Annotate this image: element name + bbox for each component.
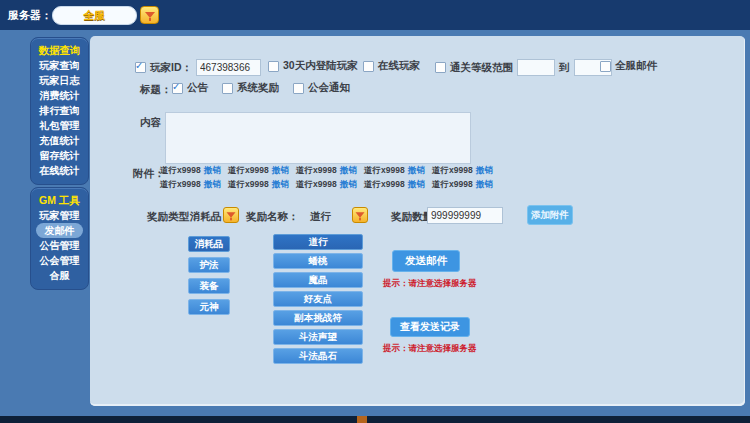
sidebar-group-title: 数据查询: [31, 42, 88, 58]
player-id-label: 玩家ID：: [150, 61, 192, 75]
title-option-guild-notice: 公会通知: [293, 81, 350, 95]
funnel-icon: [145, 12, 155, 18]
login-30d-label: 30天内登陆玩家: [283, 59, 358, 73]
sidebar-group-title: GM 工具: [31, 192, 88, 208]
attachment-list: 道行x9998撤销 道行x9998撤销 道行x9998撤销 道行x9998撤销 …: [160, 165, 494, 191]
sidebar-item-online-stats[interactable]: 在线统计: [31, 163, 88, 178]
player-id-group: 玩家ID：: [135, 59, 261, 76]
server-dropdown-value: 全服: [84, 8, 106, 23]
sidebar-item-player-query[interactable]: 玩家查询: [31, 58, 88, 73]
gm-admin-window: 服务器： 全服 数据查询 玩家查询 玩家日志 消费统计 排行查询 礼包管理 充值…: [0, 0, 750, 423]
login-30d-checkbox[interactable]: [268, 61, 279, 72]
view-send-record-button[interactable]: 查看发送记录: [390, 317, 470, 337]
sidebar-item-rank-query[interactable]: 排行查询: [31, 103, 88, 118]
revoke-link[interactable]: 撤销: [340, 165, 357, 175]
online-label: 在线玩家: [378, 59, 420, 73]
type-option-consumable[interactable]: 消耗品: [188, 236, 230, 252]
level-range-checkbox[interactable]: [435, 62, 446, 73]
reward-type-value[interactable]: 消耗品: [190, 210, 222, 224]
attachment-item: 道行x9998撤销: [296, 165, 358, 177]
system-reward-label: 系统奖励: [237, 81, 279, 95]
sidebar-item-player-log[interactable]: 玩家日志: [31, 73, 88, 88]
revoke-link[interactable]: 撤销: [204, 165, 221, 175]
type-option-spirit[interactable]: 元神: [188, 299, 230, 315]
name-option-pantao[interactable]: 蟠桃: [273, 253, 363, 269]
filter-login-30d: 30天内登陆玩家: [268, 59, 358, 73]
revoke-link[interactable]: 撤销: [204, 179, 221, 189]
revoke-link[interactable]: 撤销: [476, 165, 493, 175]
server-label: 服务器：: [8, 8, 52, 23]
sidebar-item-send-mail[interactable]: 发邮件: [36, 223, 83, 238]
sidebar-item-retention-stats[interactable]: 留存统计: [31, 148, 88, 163]
revoke-link[interactable]: 撤销: [476, 179, 493, 189]
level-from-input[interactable]: [517, 59, 555, 76]
reward-name-value[interactable]: 道行: [310, 210, 331, 224]
name-option-mojing[interactable]: 魔晶: [273, 272, 363, 288]
name-option-friend-points[interactable]: 好友点: [273, 291, 363, 307]
reward-count-input[interactable]: [427, 207, 503, 224]
sidebar-item-giftpack-manage[interactable]: 礼包管理: [31, 118, 88, 133]
funnel-icon: [356, 212, 365, 217]
sidebar-group-gm-tools: GM 工具 玩家管理 发邮件 公告管理 公会管理 合服: [30, 187, 89, 290]
attachment-item: 道行x9998撤销: [364, 179, 426, 191]
revoke-link[interactable]: 撤销: [272, 165, 289, 175]
name-option-duel-crystal[interactable]: 斗法晶石: [273, 348, 363, 364]
send-tip-text: 提示：请注意选择服务器: [383, 278, 477, 290]
reward-type-dropdown-button[interactable]: [223, 207, 239, 223]
reward-name-label: 奖励名称：: [246, 210, 299, 224]
sidebar-item-announce-manage[interactable]: 公告管理: [31, 238, 88, 253]
system-reward-checkbox[interactable]: [222, 83, 233, 94]
guild-notice-checkbox[interactable]: [293, 83, 304, 94]
player-id-input[interactable]: [196, 59, 261, 76]
filter-all-server-mail: 全服邮件: [600, 59, 657, 73]
title-options: 公告 系统奖励 公会通知: [172, 81, 350, 95]
attachment-item: 道行x9998撤销: [364, 165, 426, 177]
send-mail-panel: 玩家ID： 30天内登陆玩家 在线玩家 通关等级范围 到 全服邮件 标题：: [90, 36, 745, 406]
name-option-duel-reputation[interactable]: 斗法声望: [273, 329, 363, 345]
reward-type-list: 消耗品 护法 装备 元神: [188, 236, 230, 315]
guild-notice-label: 公会通知: [308, 81, 350, 95]
title-option-system-reward: 系统奖励: [222, 81, 279, 95]
range-to-label: 到: [559, 61, 570, 75]
attachment-item: 道行x9998撤销: [296, 179, 358, 191]
server-filter-button[interactable]: [140, 6, 159, 24]
attachment-item: 道行x9998撤销: [228, 165, 290, 177]
sidebar-item-player-manage[interactable]: 玩家管理: [31, 208, 88, 223]
sidebar-group-data-query: 数据查询 玩家查询 玩家日志 消费统计 排行查询 礼包管理 充值统计 留存统计 …: [30, 37, 89, 185]
filter-level-range: 通关等级范围 到: [435, 59, 612, 76]
sidebar-item-consume-stats[interactable]: 消费统计: [31, 88, 88, 103]
reward-name-list: 道行 蟠桃 魔晶 好友点 副本挑战符 斗法声望 斗法晶石: [273, 234, 363, 364]
add-attachment-button[interactable]: 添加附件: [527, 205, 573, 225]
taskbar-item[interactable]: [357, 416, 367, 423]
revoke-link[interactable]: 撤销: [272, 179, 289, 189]
taskbar-strip: [0, 416, 750, 423]
sidebar-item-recharge-stats[interactable]: 充值统计: [31, 133, 88, 148]
name-option-daohang[interactable]: 道行: [273, 234, 363, 250]
player-id-checkbox[interactable]: [135, 62, 146, 73]
send-mail-button[interactable]: 发送邮件: [392, 250, 460, 272]
topbar: 服务器： 全服: [0, 0, 750, 30]
attachment-item: 道行x9998撤销: [432, 165, 494, 177]
name-option-dungeon-token[interactable]: 副本挑战符: [273, 310, 363, 326]
attachment-item: 道行x9998撤销: [160, 165, 222, 177]
sidebar-item-guild-manage[interactable]: 公会管理: [31, 253, 88, 268]
title-label: 标题：: [140, 83, 172, 97]
level-range-label: 通关等级范围: [450, 61, 513, 75]
revoke-link[interactable]: 撤销: [340, 179, 357, 189]
title-option-announce: 公告: [172, 81, 208, 95]
type-option-guardian[interactable]: 护法: [188, 257, 230, 273]
online-checkbox[interactable]: [363, 61, 374, 72]
reward-name-dropdown-button[interactable]: [352, 207, 368, 223]
all-server-mail-checkbox[interactable]: [600, 61, 611, 72]
content-textarea[interactable]: [165, 112, 471, 164]
attachment-item: 道行x9998撤销: [432, 179, 494, 191]
sidebar-item-merge-server[interactable]: 合服: [31, 268, 88, 283]
type-option-equipment[interactable]: 装备: [188, 278, 230, 294]
announce-label: 公告: [187, 81, 208, 95]
revoke-link[interactable]: 撤销: [408, 179, 425, 189]
server-dropdown[interactable]: 全服: [52, 6, 137, 25]
announce-checkbox[interactable]: [172, 83, 183, 94]
revoke-link[interactable]: 撤销: [408, 165, 425, 175]
funnel-icon: [227, 212, 236, 217]
all-server-mail-label: 全服邮件: [615, 59, 657, 73]
